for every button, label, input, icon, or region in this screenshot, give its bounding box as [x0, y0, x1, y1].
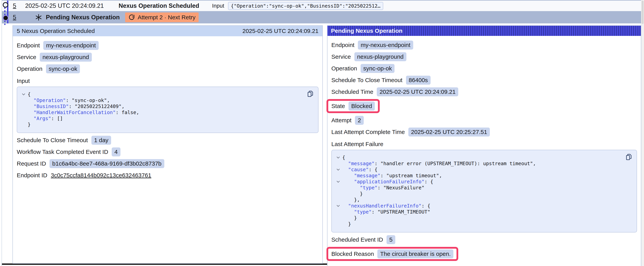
- open-circle-node-icon[interactable]: [3, 2, 8, 8]
- chevron-down-icon[interactable]: [20, 91, 28, 97]
- blocked-reason-row-wrap: Blocked Reason The circuit breaker is op…: [331, 247, 637, 261]
- detail-row: Schedule To Close Timeout86400s: [331, 76, 637, 85]
- field-label: State: [331, 103, 345, 109]
- filled-circle-node-icon[interactable]: [3, 15, 8, 21]
- chevron-down-icon[interactable]: [334, 179, 342, 185]
- detail-row: Blocked Reason The circuit breaker is op…: [331, 249, 453, 258]
- code-text: "type": "UPSTREAM_TIMEOUT": [342, 209, 430, 215]
- scrollbar-thumb[interactable]: [642, 1, 644, 24]
- field-label: Workflow Task Completed Event ID: [17, 149, 108, 155]
- copy-icon[interactable]: [625, 153, 633, 161]
- detail-row: Servicenexus-playground: [17, 53, 318, 62]
- code-text: }: [342, 191, 363, 197]
- field-value-badge: 2: [355, 116, 364, 125]
- field-value-badge: 4: [112, 147, 120, 156]
- code-text: {: [28, 91, 30, 97]
- field-value-badge: nexus-playground: [354, 52, 406, 61]
- detail-row: Workflow Task Completed Event ID4: [17, 147, 318, 156]
- scheduled-event-id-badge: 5: [386, 235, 395, 244]
- field-label: Last Attempt Complete Time: [331, 129, 405, 135]
- asterisk-icon: [35, 14, 42, 21]
- field-value-badge: sync-op-ok: [360, 64, 395, 73]
- detail-row: Scheduled Time2025-02-25 UTC 20:24:09.21: [331, 87, 637, 96]
- code-line: },: [334, 197, 632, 203]
- vertical-scrollbar[interactable]: [641, 0, 644, 266]
- field-value-badge: my-nexus-endpoint: [43, 41, 98, 50]
- field-label: Operation: [331, 65, 357, 72]
- field-value-link[interactable]: 3c0c75ccfa8144b092c13ce632463761: [51, 172, 151, 179]
- field-list: Endpointmy-nexus-endpointServicenexus-pl…: [331, 41, 637, 96]
- input-preview-badge[interactable]: {"Operation":"sync-op-ok","BusinessID":"…: [228, 2, 383, 10]
- retry-badge-label: Attempt 2 · Next Retry: [138, 14, 196, 21]
- code-line: }: [20, 122, 313, 128]
- pending-operation-title: Pending Nexus Operation: [46, 14, 120, 21]
- blocked-reason-annotation-box: Blocked Reason The circuit breaker is op…: [326, 247, 458, 261]
- detail-row: Operationsync-op-ok: [331, 64, 637, 73]
- event-id-link[interactable]: 5: [13, 2, 16, 9]
- code-line: }: [334, 221, 632, 227]
- code-gutter: [334, 209, 342, 215]
- chevron-down-icon[interactable]: [334, 167, 342, 173]
- code-text: "type": "NexusFailure": [342, 185, 424, 191]
- pending-operation-card-header: Pending Nexus Operation: [328, 26, 641, 36]
- event-title: Nexus Operation Scheduled: [119, 2, 199, 9]
- field-value-badge: sync-op-ok: [46, 64, 80, 73]
- code-text: "cause": {: [342, 167, 378, 173]
- left-divider: [2, 0, 2, 266]
- retry-status-badge: Attempt 2 · Next Retry: [125, 13, 198, 22]
- code-text: {: [342, 154, 345, 160]
- field-value-badge: 86400s: [406, 76, 430, 85]
- code-text: "Args": []: [28, 115, 63, 122]
- field-label: Scheduled Time: [331, 89, 373, 95]
- field-label: Service: [17, 54, 36, 61]
- code-gutter: [20, 103, 28, 109]
- field-label: Schedule To Close Timeout: [331, 77, 402, 84]
- code-line: "Operation": "sync-op-ok",: [20, 97, 313, 103]
- code-text: "HandlerWaitForCancellation": false,: [28, 109, 139, 115]
- detail-row: Operationsync-op-ok: [17, 64, 318, 73]
- field-label: Scheduled Event ID: [331, 236, 383, 243]
- event-detail-card: 5 Nexus Operation Scheduled 2025-02-25 U…: [12, 25, 323, 264]
- detail-row: Endpointmy-nexus-endpoint: [17, 41, 318, 50]
- field-value-badge: nexus-playground: [40, 53, 92, 62]
- card-title: Pending Nexus Operation: [331, 28, 402, 34]
- code-line: "applicationFailureInfo": {: [334, 179, 632, 185]
- state-row-wrap: State Blocked: [331, 99, 637, 113]
- code-gutter: [334, 160, 342, 167]
- event-row-selected[interactable]: 5 Pending Nexus Operation Attempt 2 · Ne…: [2, 11, 641, 24]
- field-list: Endpointmy-nexus-endpointServicenexus-pl…: [17, 41, 318, 73]
- detail-row: Last Attempt Complete Time2025-02-25 UTC…: [331, 128, 637, 137]
- field-label: Schedule To Close Timeout: [17, 137, 88, 144]
- chevron-down-icon[interactable]: [334, 154, 342, 160]
- field-label: Endpoint ID: [17, 172, 47, 179]
- failure-json-viewer: { "message": "handler error (UPSTREAM_TI…: [331, 150, 637, 232]
- field-list: Schedule To Close Timeout1 dayWorkflow T…: [17, 136, 318, 180]
- detail-row: Scheduled Event ID 5: [331, 235, 637, 244]
- code-gutter: [334, 173, 342, 179]
- code-line: }: [334, 191, 632, 197]
- field-label: Endpoint: [17, 42, 40, 49]
- field-label: Attempt: [331, 117, 352, 124]
- detail-row: Attempt2: [331, 116, 637, 125]
- field-list: Attempt2Last Attempt Complete Time2025-0…: [331, 116, 637, 137]
- event-timestamp: 2025-02-25 UTC 20:24:09.21: [25, 2, 104, 9]
- detail-row: Request IDb1c6a4bc-8ee7-468a-9169-df3b02…: [17, 159, 318, 168]
- input-label: Input: [212, 3, 224, 9]
- failure-section-label: Last Attempt Failure: [331, 141, 637, 147]
- code-line: "BusinessID": "20250225122409",: [20, 103, 313, 109]
- field-label: Endpoint: [331, 42, 354, 48]
- input-section-label: Input: [17, 78, 318, 84]
- detail-row: Schedule To Close Timeout1 day: [17, 136, 318, 145]
- copy-icon[interactable]: [306, 90, 314, 98]
- event-id-link[interactable]: 5: [13, 14, 16, 21]
- chevron-down-icon[interactable]: [334, 203, 342, 209]
- event-row-collapsed[interactable]: 5 2025-02-25 UTC 20:24:09.21 Nexus Opera…: [2, 1, 641, 11]
- code-text: }: [28, 122, 30, 128]
- code-line: "type": "NexusFailure": [334, 185, 632, 191]
- pending-operation-card: Pending Nexus Operation Endpointmy-nexus…: [327, 25, 641, 266]
- code-gutter: [20, 122, 28, 128]
- field-value-badge: 2025-02-25 UTC 20:25:27.51: [408, 128, 490, 137]
- field-value-badge: 1 day: [92, 136, 111, 145]
- blocked-reason-badge: The circuit breaker is open.: [377, 249, 453, 258]
- state-badge: Blocked: [348, 102, 375, 111]
